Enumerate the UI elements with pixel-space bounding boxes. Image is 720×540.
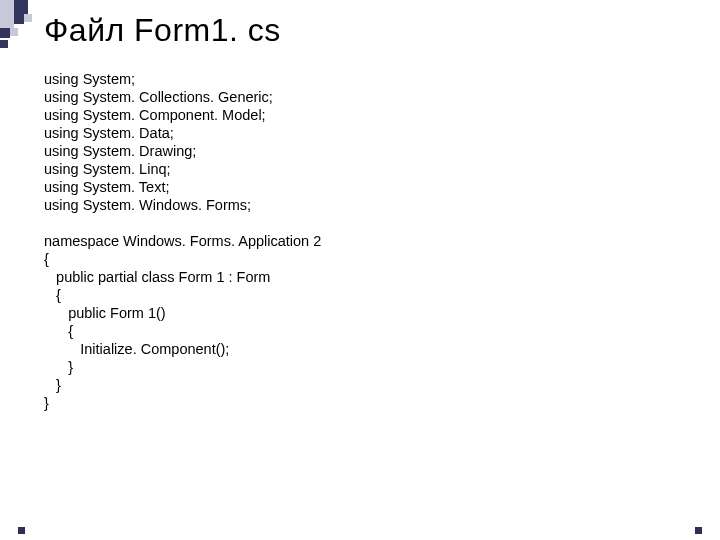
slide-title: Файл Form1. cs [44, 12, 281, 49]
footer-bullet-icon [18, 527, 25, 534]
corner-decoration [0, 0, 40, 60]
footer-bullet-icon [695, 527, 702, 534]
code-block: using System; using System. Collections.… [44, 70, 321, 412]
